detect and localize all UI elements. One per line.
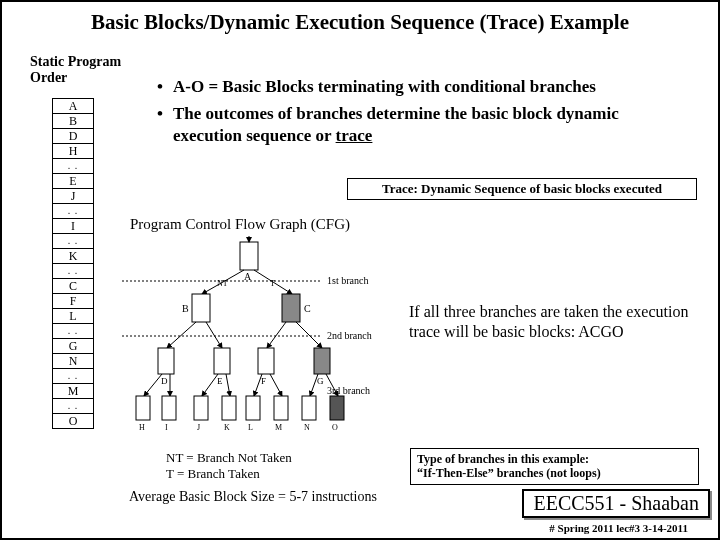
- block-cell: L: [53, 309, 94, 324]
- svg-text:N: N: [304, 423, 310, 432]
- svg-rect-37: [194, 396, 208, 420]
- block-cell: K: [53, 249, 94, 264]
- svg-line-30: [270, 374, 282, 396]
- svg-text:L: L: [248, 423, 253, 432]
- block-cell: . .: [53, 399, 94, 414]
- svg-rect-33: [136, 396, 150, 420]
- svg-line-15: [267, 322, 286, 348]
- avg-block-size: Average Basic Block Size = 5-7 instructi…: [129, 489, 377, 505]
- svg-line-13: [167, 322, 196, 348]
- svg-text:O: O: [332, 423, 338, 432]
- svg-rect-21: [258, 348, 274, 374]
- svg-rect-43: [274, 396, 288, 420]
- svg-rect-45: [302, 396, 316, 420]
- svg-line-28: [226, 374, 230, 396]
- svg-text:G: G: [317, 376, 324, 386]
- svg-rect-11: [282, 294, 300, 322]
- svg-text:F: F: [261, 376, 266, 386]
- block-cell: . .: [53, 234, 94, 249]
- block-cell: H: [53, 144, 94, 159]
- legend-nt: NT = Branch Not Taken: [166, 450, 292, 466]
- block-cell: . .: [53, 264, 94, 279]
- block-cell: B: [53, 114, 94, 129]
- static-order-label: Static Program Order: [30, 54, 121, 86]
- svg-text:K: K: [224, 423, 230, 432]
- block-cell: A: [53, 99, 94, 114]
- block-cell: D: [53, 129, 94, 144]
- svg-text:E: E: [217, 376, 223, 386]
- svg-rect-17: [158, 348, 174, 374]
- block-cell: M: [53, 384, 94, 399]
- svg-text:D: D: [161, 376, 168, 386]
- svg-rect-23: [314, 348, 330, 374]
- branch-type-box: Type of branches in this example: “If-Th…: [410, 448, 699, 485]
- svg-text:A: A: [244, 271, 252, 282]
- svg-rect-47: [330, 396, 344, 420]
- cfg-label: Program Control Flow Graph (CFG): [130, 216, 350, 233]
- svg-rect-39: [222, 396, 236, 420]
- svg-rect-35: [162, 396, 176, 420]
- cfg-diagram: 1st branch 2nd branch 3rd branch A NT T …: [122, 236, 382, 436]
- block-cell: E: [53, 174, 94, 189]
- branch-1-label: 1st branch: [327, 275, 368, 286]
- bullet-1: A-O = Basic Blocks terminating with cond…: [173, 76, 687, 97]
- block-cell: F: [53, 294, 94, 309]
- svg-rect-19: [214, 348, 230, 374]
- block-cell: . .: [53, 159, 94, 174]
- block-column: ABDH. .EJ. .I. .K. .CFL. .GN. .M. .O: [52, 98, 94, 429]
- block-cell: . .: [53, 369, 94, 384]
- svg-line-14: [206, 322, 222, 348]
- svg-text:C: C: [304, 303, 311, 314]
- branch-2-label: 2nd branch: [327, 330, 372, 341]
- footer-date: # Spring 2011 lec#3 3-14-2011: [549, 522, 688, 534]
- block-cell: . .: [53, 324, 94, 339]
- svg-text:B: B: [182, 303, 189, 314]
- slide-title: Basic Blocks/Dynamic Execution Sequence …: [2, 10, 718, 35]
- bullet-2: The outcomes of branches determine the b…: [173, 103, 687, 146]
- svg-text:I: I: [165, 423, 168, 432]
- block-cell: G: [53, 339, 94, 354]
- footer-course-box: EECC551 - Shaaban: [522, 489, 710, 518]
- svg-text:NT: NT: [217, 279, 228, 288]
- svg-line-25: [144, 374, 162, 396]
- block-cell: O: [53, 414, 94, 429]
- bullet-icon: •: [147, 103, 173, 146]
- trace-definition-box: Trace: Dynamic Sequence of basic blocks …: [347, 178, 697, 200]
- svg-text:J: J: [197, 423, 200, 432]
- bullet-list: • A-O = Basic Blocks terminating with co…: [147, 76, 687, 152]
- block-cell: C: [53, 279, 94, 294]
- block-cell: I: [53, 219, 94, 234]
- svg-rect-41: [246, 396, 260, 420]
- trace-example-text: If all three branches are taken the exec…: [409, 302, 694, 342]
- svg-text:H: H: [139, 423, 145, 432]
- svg-text:M: M: [275, 423, 282, 432]
- svg-line-16: [296, 322, 322, 348]
- block-cell: N: [53, 354, 94, 369]
- bullet-icon: •: [147, 76, 173, 97]
- legend-t: T = Branch Taken: [166, 466, 292, 482]
- svg-rect-2: [240, 242, 258, 270]
- block-cell: . .: [53, 204, 94, 219]
- block-cell: J: [53, 189, 94, 204]
- svg-line-27: [202, 374, 218, 396]
- legend: NT = Branch Not Taken T = Branch Taken: [166, 450, 292, 483]
- svg-text:T: T: [270, 279, 275, 288]
- svg-rect-9: [192, 294, 210, 322]
